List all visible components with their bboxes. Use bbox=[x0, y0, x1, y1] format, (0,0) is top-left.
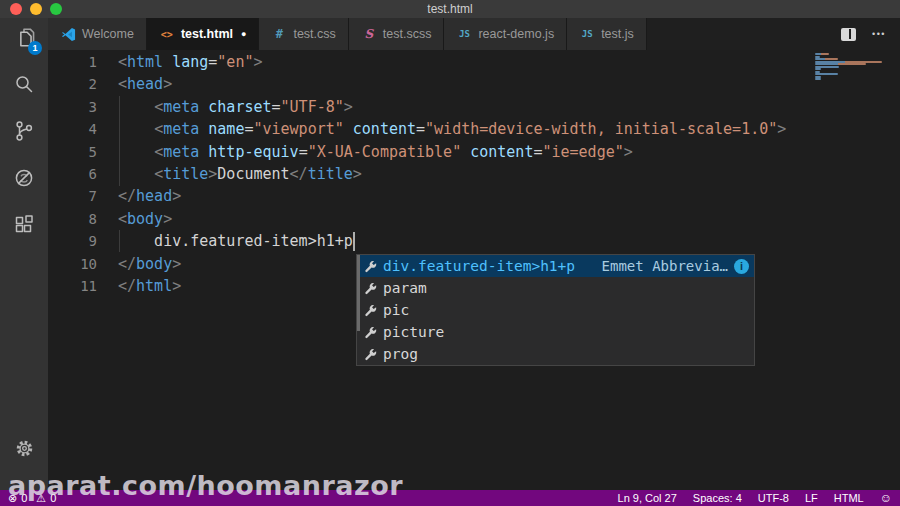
window-title: test.html bbox=[0, 0, 900, 18]
line-content: <meta name="viewport" content="width=dev… bbox=[97, 118, 786, 140]
line-number: 9 bbox=[48, 230, 97, 252]
code-line-4[interactable]: 4 <meta name="viewport" content="width=d… bbox=[48, 118, 900, 140]
line-number: 4 bbox=[48, 118, 97, 140]
extensions-icon bbox=[12, 213, 36, 241]
minimap-line bbox=[815, 53, 829, 55]
error-icon: ⊗ bbox=[8, 492, 17, 505]
html-icon: <> bbox=[159, 29, 175, 40]
suggestion-pic[interactable]: pic bbox=[357, 299, 754, 321]
activity-bar: 1 bbox=[0, 18, 48, 490]
wrench-icon bbox=[364, 348, 377, 361]
suggestion-param[interactable]: param bbox=[357, 277, 754, 299]
tab-label: test.scss bbox=[383, 27, 432, 41]
warning-icon: ⚠ bbox=[36, 492, 46, 505]
search-icon bbox=[12, 72, 36, 100]
settings-gear-icon bbox=[13, 437, 36, 464]
tab-test.css[interactable]: #test.css bbox=[259, 18, 348, 50]
split-editor-icon[interactable] bbox=[841, 28, 856, 41]
line-number: 6 bbox=[48, 163, 97, 185]
vscode-logo-icon bbox=[60, 27, 76, 42]
count: 0 bbox=[21, 492, 27, 504]
code-line-6[interactable]: 6 <title>Document</title> bbox=[48, 163, 900, 185]
line-number: 11 bbox=[48, 275, 97, 297]
tab-label: Welcome bbox=[82, 27, 134, 41]
status-bar: ⊗0⚠0 Ln 9, Col 27Spaces: 4UTF-8LFHTML☺ bbox=[0, 490, 900, 506]
tab-test.js[interactable]: JStest.js bbox=[567, 18, 647, 50]
minimap-line bbox=[815, 58, 838, 60]
status-errors[interactable]: ⊗0 bbox=[8, 492, 27, 505]
titlebar: test.html bbox=[0, 0, 900, 18]
code-line-8[interactable]: 8<body> bbox=[48, 208, 900, 230]
line-content: <meta charset="UTF-8"> bbox=[97, 96, 353, 118]
wrench-icon bbox=[364, 326, 377, 339]
activity-item-extensions[interactable] bbox=[9, 214, 39, 240]
suggest-scrollbar[interactable] bbox=[357, 255, 360, 331]
status-item[interactable]: Spaces: 4 bbox=[693, 492, 742, 504]
scss-icon: S bbox=[361, 27, 377, 41]
suggestion-prog[interactable]: prog bbox=[357, 343, 754, 365]
more-actions-icon[interactable]: ••• bbox=[872, 29, 886, 39]
tab-label: test.html bbox=[181, 27, 233, 41]
tab-Welcome[interactable]: Welcome bbox=[48, 18, 147, 50]
tab-bar: Welcome<>test.html●#test.cssStest.scssJS… bbox=[48, 18, 900, 50]
suggestion-picture[interactable]: picture bbox=[357, 321, 754, 343]
minimap[interactable] bbox=[815, 53, 887, 81]
line-content: <html lang="en"> bbox=[97, 51, 263, 73]
source-control-icon bbox=[12, 119, 36, 147]
info-icon[interactable]: i bbox=[734, 259, 749, 274]
line-content: </body> bbox=[97, 253, 181, 275]
count: 0 bbox=[50, 492, 56, 504]
feedback-smiley-icon[interactable]: ☺ bbox=[880, 491, 892, 505]
status-item[interactable]: HTML bbox=[834, 492, 864, 504]
suggestion-div.featured-item>h1+p[interactable]: div.featured-item>h1+pEmmet Abbrevia…i bbox=[357, 255, 754, 277]
activity-item-source-control[interactable] bbox=[9, 120, 39, 146]
text-cursor bbox=[353, 232, 355, 251]
indent-guide bbox=[119, 230, 120, 252]
tab-test.html[interactable]: <>test.html● bbox=[147, 18, 260, 50]
code-line-2[interactable]: 2<head> bbox=[48, 73, 900, 95]
activity-item-settings-gear[interactable] bbox=[9, 437, 39, 463]
status-item[interactable]: UTF-8 bbox=[758, 492, 789, 504]
code-editor[interactable]: 1<html lang="en">2<head>3 <meta charset=… bbox=[48, 50, 900, 490]
css-icon: # bbox=[271, 27, 287, 41]
line-content: <head> bbox=[97, 73, 172, 95]
tab-test.scss[interactable]: Stest.scss bbox=[349, 18, 445, 50]
suggestion-label: param bbox=[383, 277, 427, 299]
wrench-icon bbox=[364, 282, 377, 295]
status-warnings[interactable]: ⚠0 bbox=[36, 492, 56, 505]
modified-dot: ● bbox=[241, 29, 246, 39]
js-icon: JS bbox=[579, 29, 595, 39]
status-item[interactable]: Ln 9, Col 27 bbox=[618, 492, 677, 504]
debug-icon bbox=[12, 166, 36, 194]
indent-guide bbox=[119, 96, 120, 186]
code-line-9[interactable]: 9 div.featured-item>h1+p bbox=[48, 230, 900, 252]
tab-label: react-demo.js bbox=[478, 27, 554, 41]
activity-item-debug[interactable] bbox=[9, 167, 39, 193]
line-number: 5 bbox=[48, 141, 97, 163]
line-content: </head> bbox=[97, 185, 181, 207]
line-content: div.featured-item>h1+p bbox=[97, 230, 353, 252]
line-number: 1 bbox=[48, 51, 97, 73]
minimap-line bbox=[815, 68, 821, 70]
code-line-7[interactable]: 7</head> bbox=[48, 185, 900, 207]
line-content: </html> bbox=[97, 275, 181, 297]
tab-label: test.js bbox=[601, 27, 634, 41]
suggestion-label: pic bbox=[383, 299, 409, 321]
activity-item-explorer[interactable]: 1 bbox=[9, 26, 39, 52]
js-icon: JS bbox=[456, 29, 472, 39]
line-content: <body> bbox=[97, 208, 172, 230]
suggestion-label: div.featured-item>h1+p bbox=[383, 255, 575, 277]
code-line-1[interactable]: 1<html lang="en"> bbox=[48, 51, 900, 73]
suggestion-label: prog bbox=[383, 343, 418, 365]
tab-react-demo.js[interactable]: JSreact-demo.js bbox=[444, 18, 567, 50]
minimap-line bbox=[815, 63, 866, 65]
code-line-5[interactable]: 5 <meta http-equiv="X-UA-Compatible" con… bbox=[48, 141, 900, 163]
code-line-3[interactable]: 3 <meta charset="UTF-8"> bbox=[48, 96, 900, 118]
line-number: 3 bbox=[48, 96, 97, 118]
activity-item-search[interactable] bbox=[9, 73, 39, 99]
status-item[interactable]: LF bbox=[805, 492, 818, 504]
suggestion-label: picture bbox=[383, 321, 444, 343]
line-number: 2 bbox=[48, 73, 97, 95]
line-number: 10 bbox=[48, 253, 97, 275]
vscode-window: test.html 1 Welcome<>test.html●#test.css… bbox=[0, 0, 900, 506]
